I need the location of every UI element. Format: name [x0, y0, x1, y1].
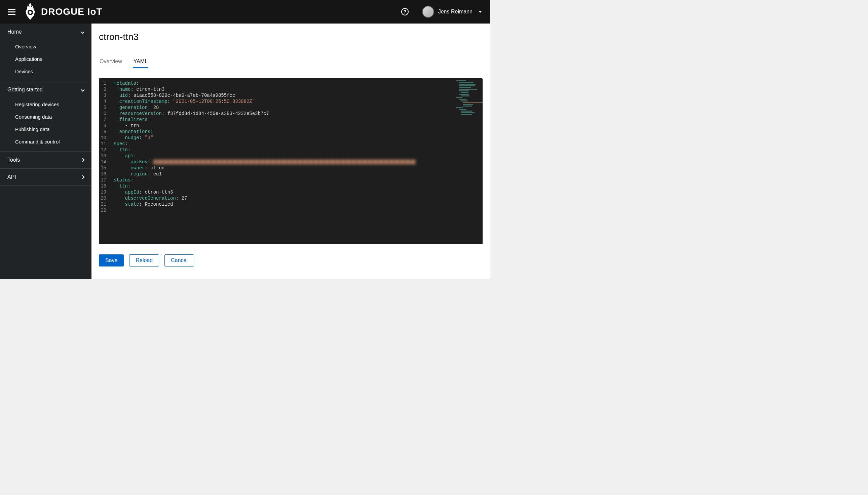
nav-item-devices[interactable]: Devices [0, 65, 91, 78]
reload-button[interactable]: Reload [129, 254, 159, 267]
hamburger-icon[interactable] [8, 9, 15, 15]
nav-section-api[interactable]: API [0, 169, 91, 186]
help-icon[interactable]: ? [401, 8, 408, 15]
line-numbers: 12345678910111213141516171819202122 [99, 80, 114, 242]
svg-point-1 [29, 11, 32, 14]
code-content[interactable]: metadata: name: ctron-ttn3 uid: a1aac553… [114, 80, 483, 242]
sidebar: HomeOverviewApplicationsDevicesGetting s… [0, 23, 91, 279]
minimap[interactable] [456, 80, 481, 117]
tab-overview[interactable]: Overview [99, 56, 123, 68]
nav-section-label: API [7, 174, 16, 180]
nav-section-home[interactable]: Home [0, 23, 91, 40]
nav-item-registering-devices[interactable]: Registering devices [0, 98, 91, 110]
page-title: ctron-ttn3 [99, 32, 483, 42]
yaml-editor[interactable]: 12345678910111213141516171819202122 meta… [99, 78, 483, 244]
tab-yaml[interactable]: YAML [133, 56, 148, 68]
chevron-right-icon [81, 158, 84, 161]
save-button[interactable]: Save [99, 254, 124, 267]
nav-section-tools[interactable]: Tools [0, 152, 91, 169]
brand-text: DROGUE IoT [41, 6, 103, 17]
nav-section-label: Tools [7, 157, 20, 163]
cancel-button[interactable]: Cancel [165, 254, 194, 267]
action-bar: Save Reload Cancel [99, 254, 483, 267]
caret-down-icon [479, 11, 482, 13]
nav-item-applications[interactable]: Applications [0, 53, 91, 65]
nav-section-getting-started[interactable]: Getting started [0, 81, 91, 98]
top-header: DROGUE IoT ? Jens Reimann [0, 0, 490, 23]
user-name: Jens Reimann [438, 9, 472, 15]
brand-logo[interactable]: DROGUE IoT [23, 2, 103, 21]
nav-item-command-control[interactable]: Command & control [0, 135, 91, 148]
chevron-right-icon [81, 175, 84, 179]
nav-item-overview[interactable]: Overview [0, 40, 91, 53]
user-menu[interactable]: Jens Reimann [422, 6, 482, 18]
main-content: ctron-ttn3 OverviewYAML 1234567891011121… [91, 23, 490, 279]
nav-section-label: Getting started [7, 87, 43, 93]
chevron-down-icon [81, 30, 84, 34]
chevron-down-icon [81, 88, 84, 91]
nav-section-label: Home [7, 29, 22, 35]
tabs: OverviewYAML [99, 56, 483, 68]
avatar [422, 6, 434, 18]
drogue-logo-icon [23, 2, 37, 21]
nav-item-consuming-data[interactable]: Consuming data [0, 110, 91, 123]
nav-item-publishing-data[interactable]: Publishing data [0, 123, 91, 135]
